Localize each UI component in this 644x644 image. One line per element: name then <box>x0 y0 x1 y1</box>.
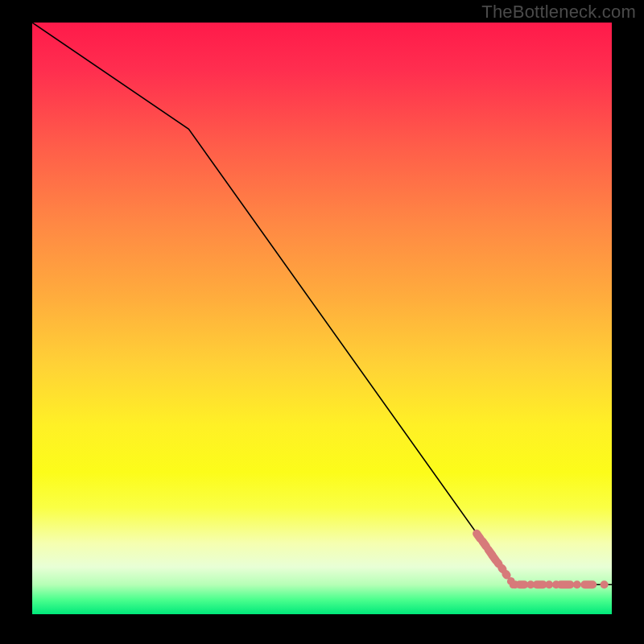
chart-line <box>32 23 612 584</box>
marker-flat-dash <box>580 580 597 588</box>
chart-markers-flat <box>511 580 609 588</box>
marker-flat-dot <box>601 580 609 588</box>
marker-flat-dot <box>545 580 553 588</box>
marker-flat-dash <box>515 580 528 588</box>
chart-plot-area <box>32 23 612 614</box>
watermark-text: TheBottleneck.com <box>481 2 636 23</box>
chart-svg <box>32 23 612 614</box>
marker-flat-dash <box>556 580 574 588</box>
chart-markers-diagonal <box>471 528 518 590</box>
marker-flat-dash <box>533 580 547 588</box>
marker-flat-dot <box>573 580 581 588</box>
